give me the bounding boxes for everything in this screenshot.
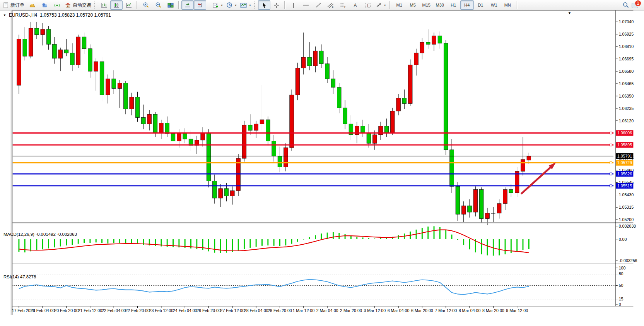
hline-anchor[interactable]: [610, 173, 612, 175]
chart-canvas[interactable]: 1.070401.069251.068101.066951.065801.064…: [0, 10, 644, 326]
candle-body: [527, 156, 531, 160]
notification-badge: 1: [635, 0, 641, 6]
chart-shift-button[interactable]: [194, 0, 206, 10]
zoom-in-button[interactable]: [140, 0, 152, 10]
auto-scroll-button[interactable]: [181, 0, 194, 10]
toolbar-drag-handle[interactable]: [254, 2, 257, 9]
horizontal-line-button[interactable]: [300, 0, 312, 10]
equidistant-channel-button[interactable]: E: [325, 0, 337, 10]
toolbar-drag-handle[interactable]: [94, 2, 97, 9]
candle-body: [112, 79, 116, 89]
dropdown-caret[interactable]: ▼: [220, 4, 223, 7]
trendline-icon: [315, 2, 321, 8]
candle-body: [254, 124, 258, 130]
tf-D1[interactable]: D1: [474, 0, 487, 10]
hline-anchor[interactable]: [610, 185, 612, 187]
toolbar-separator: [178, 1, 180, 9]
cursor-icon: [261, 2, 267, 8]
candle-body: [296, 68, 300, 95]
hline-anchor[interactable]: [610, 144, 612, 146]
bar-chart-icon: [101, 2, 107, 8]
tf-M5[interactable]: M5: [406, 0, 420, 10]
price-badge-label: 1.05791: [617, 154, 632, 158]
candle-body: [485, 213, 490, 219]
candle-body: [135, 97, 140, 118]
rsi-tick-label: 0: [619, 302, 621, 307]
time-tick-label: 26 Feb 23:00: [196, 308, 221, 313]
chart-menu-caret[interactable]: ▼: [568, 11, 571, 15]
zoom-out-icon: [155, 2, 162, 8]
deposit-button[interactable]: [26, 0, 38, 10]
dropdown-caret[interactable]: ▼: [234, 4, 237, 7]
candle-body: [17, 39, 21, 85]
candlestick-chart-button[interactable]: [110, 0, 123, 10]
dropdown-caret[interactable]: ▼: [384, 4, 386, 7]
rsi-tick-label: 80: [619, 271, 624, 276]
auto-trading-button[interactable]: 自动交易: [63, 0, 93, 10]
time-tick-label: 28 Feb 04:00: [244, 308, 268, 313]
time-tick-label: 24 Feb 04:00: [173, 308, 197, 313]
bar-chart-button[interactable]: [98, 0, 110, 10]
candle-body: [64, 50, 68, 53]
price-tick-label: 1.06235: [619, 106, 634, 111]
time-tick-label: 8 Mar 20:00: [482, 308, 504, 313]
text-label-icon: T: [365, 2, 371, 8]
crosshair-button[interactable]: [270, 0, 283, 10]
tile-windows-button[interactable]: [164, 0, 177, 10]
line-chart-button[interactable]: [123, 0, 135, 10]
tf-MN[interactable]: MN: [501, 0, 514, 10]
svg-text:F: F: [344, 5, 346, 8]
tf-H4[interactable]: H4: [460, 0, 474, 10]
new-order-button[interactable]: 新订单: [2, 0, 26, 10]
candle-body: [88, 49, 92, 71]
candle-body: [118, 83, 122, 89]
cursor-button[interactable]: [258, 0, 270, 10]
svg-text:E: E: [332, 6, 333, 8]
candle-body: [384, 126, 389, 133]
vertical-line-button[interactable]: [287, 0, 300, 10]
text-label-button[interactable]: T: [362, 0, 374, 10]
community-icon: [41, 2, 48, 8]
candle-body: [106, 79, 110, 95]
candle-body: [219, 189, 223, 198]
hline-anchor[interactable]: [610, 162, 612, 164]
text-button[interactable]: A: [349, 0, 362, 10]
price-tick-label: 1.06120: [619, 118, 634, 123]
community-button[interactable]: [38, 0, 51, 10]
candle-body: [402, 98, 407, 104]
indicators-button[interactable]: ▼: [239, 0, 253, 10]
periods-button[interactable]: ▼: [225, 0, 239, 10]
new-chart-button[interactable]: ▼: [211, 0, 225, 10]
search-icon[interactable]: [622, 2, 629, 9]
macd-tick-label: 0.00: [619, 237, 627, 242]
tf-M1[interactable]: M1: [393, 0, 406, 10]
time-tick-label: 22 Feb 20:00: [125, 308, 150, 313]
candle-body: [331, 79, 335, 88]
price-badge-label: 1.05729: [617, 160, 632, 165]
new-chart-icon: [212, 2, 219, 8]
chart-collapse-caret[interactable]: ▼: [3, 14, 6, 17]
auto-trading-label: 自动交易: [73, 2, 91, 9]
new-order-icon: [3, 2, 9, 8]
tf-M30[interactable]: M30: [433, 0, 447, 10]
tf-M15[interactable]: M15: [420, 0, 433, 10]
hline-anchor[interactable]: [610, 132, 612, 134]
notifications-button[interactable]: 1: [632, 1, 640, 9]
candle-body: [408, 65, 412, 103]
candle-body: [201, 132, 205, 140]
signals-button[interactable]: [51, 0, 63, 10]
price-badge-label: 1.06006: [617, 130, 632, 135]
arrows-button[interactable]: ▼: [374, 0, 388, 10]
toolbar-separator: [516, 1, 518, 9]
candle-body: [456, 186, 460, 214]
candle-body: [450, 150, 454, 186]
tf-H1[interactable]: H1: [447, 0, 460, 10]
tf-W1[interactable]: W1: [487, 0, 501, 10]
dropdown-caret[interactable]: ▼: [249, 4, 251, 7]
candle-body: [515, 171, 519, 193]
zoom-out-button[interactable]: [152, 0, 164, 10]
fibonacci-button[interactable]: F: [337, 0, 349, 10]
trendline-button[interactable]: [312, 0, 325, 10]
svg-text:A: A: [354, 3, 357, 8]
new-order-label: 新订单: [10, 2, 24, 9]
